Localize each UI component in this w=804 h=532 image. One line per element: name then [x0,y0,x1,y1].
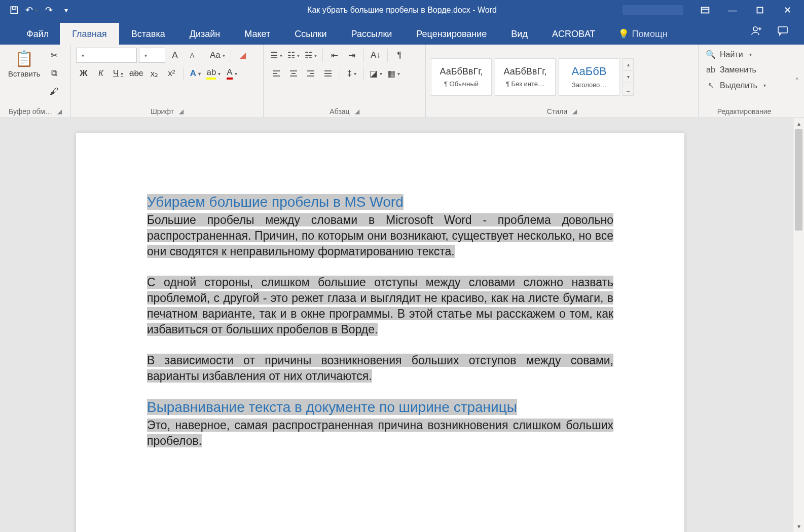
brush-icon: 🖌 [50,87,58,97]
tab-insert[interactable]: Вставка [119,23,177,45]
tab-view[interactable]: Вид [499,23,540,45]
dialog-launcher-icon[interactable]: ◢ [572,108,577,115]
change-case-button[interactable]: Aa▾ [208,48,227,63]
tell-me[interactable]: 💡 Помощн [608,22,678,45]
decrease-indent-button[interactable]: ⇤ [327,48,342,63]
group-font-label: Шрифт [151,107,174,116]
tab-acrobat[interactable]: ACROBAT [540,23,608,45]
clipboard-icon: 📋 [15,50,33,67]
group-clipboard: 📋 Вставить ✂ ⧉ 🖌 Буфер обм…◢ [0,45,71,118]
scroll-down-icon[interactable]: ▾ [793,521,804,532]
increase-indent-button[interactable]: ⇥ [344,48,359,63]
svg-point-5 [753,27,757,31]
shrink-font-button[interactable]: A [185,48,200,63]
align-left-button[interactable] [269,66,284,81]
doc-paragraph-2[interactable]: С одной стороны, слишком большие отступы… [147,276,613,336]
tab-mailings[interactable]: Рассылки [339,23,405,45]
ribbon-display-icon[interactable] [700,5,711,16]
titlebar: ↶▾ ↷ ▾ Как убрать большие пробелы в Ворд… [0,0,804,20]
dialog-launcher-icon[interactable]: ◢ [355,108,359,115]
italic-button[interactable]: К [93,66,108,81]
svg-rect-1 [13,7,16,9]
page[interactable]: Убираем большие пробелы в MS Word Больши… [76,133,684,532]
doc-heading-2[interactable]: Выравнивание текста в документе по ширин… [147,399,517,415]
bold-button[interactable]: Ж [76,66,91,81]
gallery-scroll[interactable]: ▴ ▾ ⎯ [623,58,634,96]
collapse-ribbon-button[interactable]: ˄ [790,45,804,118]
font-size-combo[interactable]: ▾ [139,48,165,63]
superscript-button[interactable]: x² [164,66,179,81]
quick-access-toolbar: ↶▾ ↷ ▾ [5,5,71,15]
minimize-icon[interactable]: — [727,5,738,16]
cut-button[interactable]: ✂ [47,48,62,63]
styles-gallery[interactable]: АаБбВвГг, ¶ Обычный АаБбВвГг, ¶ Без инте… [431,58,634,96]
doc-heading-1[interactable]: Убираем большие пробелы в MS Word [147,194,404,210]
line-spacing-button[interactable]: ‡▾ [344,66,359,81]
gallery-up-icon[interactable]: ▴ [623,59,633,71]
style-normal[interactable]: АаБбВвГг, ¶ Обычный [431,58,492,96]
tab-references[interactable]: Ссылки [282,23,339,45]
paste-button[interactable]: 📋 Вставить [5,48,44,80]
grow-font-button[interactable]: A [167,48,182,63]
account-name-redacted [623,5,683,15]
tab-review[interactable]: Рецензирование [404,23,499,45]
tab-layout[interactable]: Макет [232,23,282,45]
cursor-icon: ↖ [706,81,716,90]
style-no-spacing[interactable]: АаБбВвГг, ¶ Без инте… [495,58,556,96]
tab-file[interactable]: Файл [15,23,60,45]
separator [340,67,340,80]
ribbon: 📋 Вставить ✂ ⧉ 🖌 Буфер обм…◢ ▾ ▾ A A Aa▾… [0,45,804,118]
align-right-button[interactable] [303,66,318,81]
vertical-scrollbar[interactable]: ▴ ▾ [793,118,804,532]
format-painter-button[interactable]: 🖌 [47,84,62,99]
tab-design[interactable]: Дизайн [177,23,233,45]
replace-button[interactable]: ab Заменить [704,64,768,75]
style-heading1[interactable]: АаБбВ Заголово… [559,58,619,96]
qat-customize-icon[interactable]: ▾ [61,5,71,15]
numbering-button[interactable]: ☷▾ [286,48,301,63]
scroll-up-icon[interactable]: ▴ [793,118,804,129]
sort-button[interactable]: A↓ [368,48,383,63]
document-area: Убираем большие пробелы в MS Word Больши… [0,118,804,532]
dialog-launcher-icon[interactable]: ◢ [179,108,184,115]
save-icon[interactable] [9,5,19,15]
borders-button[interactable]: ▦▾ [386,66,401,81]
bullets-button[interactable]: ☰▾ [269,48,284,63]
comments-icon[interactable] [777,24,789,40]
show-marks-button[interactable]: ¶ [392,48,407,63]
doc-paragraph-1[interactable]: Большие пробелы между словами в Microsof… [147,213,613,258]
replace-icon: ab [706,65,716,74]
separator [183,67,184,80]
scroll-thumb[interactable] [795,129,802,231]
justify-button[interactable] [320,66,336,81]
font-family-combo[interactable]: ▾ [76,48,137,63]
ribbon-tabs: Файл Главная Вставка Дизайн Макет Ссылки… [0,20,804,45]
copy-button[interactable]: ⧉ [47,66,62,81]
shading-button[interactable]: ◪▾ [368,66,384,81]
separator [231,49,231,62]
text-effects-button[interactable]: A▾ [188,66,203,81]
multilevel-list-button[interactable]: ☵▾ [303,48,318,63]
doc-paragraph-4[interactable]: Это, наверное, самая распространенная пр… [147,419,613,447]
font-color-button[interactable]: A▾ [224,66,239,81]
close-icon[interactable]: ✕ [782,5,793,16]
gallery-down-icon[interactable]: ▾ [623,71,633,83]
redo-icon[interactable]: ↷ [44,5,54,15]
underline-button[interactable]: Ч▾ [111,66,126,81]
clear-formatting-button[interactable]: ◢ [235,48,250,63]
svg-rect-0 [11,7,17,13]
align-center-button[interactable] [286,66,301,81]
find-button[interactable]: 🔍 Найти▾ [704,49,768,60]
highlight-button[interactable]: ab▾ [205,66,222,81]
share-icon[interactable] [750,24,762,40]
strikethrough-button[interactable]: abc [128,66,144,81]
select-button[interactable]: ↖ Выделить▾ [704,80,768,91]
maximize-icon[interactable] [754,5,765,16]
gallery-more-icon[interactable]: ⎯ [623,83,633,95]
group-styles: АаБбВвГг, ¶ Обычный АаБбВвГг, ¶ Без инте… [426,45,699,118]
dialog-launcher-icon[interactable]: ◢ [57,108,62,115]
tab-home[interactable]: Главная [60,23,119,45]
undo-icon[interactable]: ↶▾ [26,5,36,15]
doc-paragraph-3[interactable]: В зависимости от причины возникновения б… [147,354,613,383]
subscript-button[interactable]: x₂ [147,66,162,81]
